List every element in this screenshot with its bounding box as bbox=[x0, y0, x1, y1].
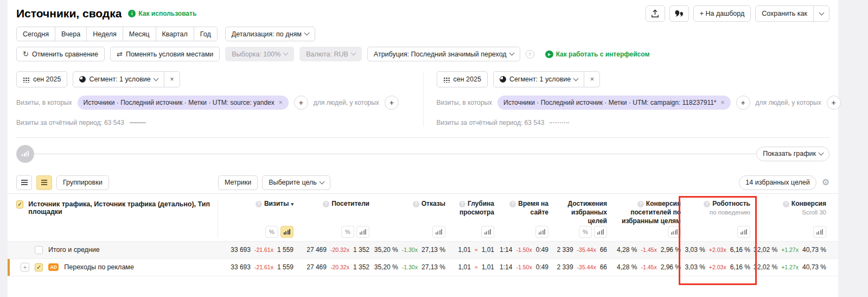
value-a: 3,03 % bbox=[685, 246, 705, 254]
percent-toggle-visits[interactable]: % bbox=[265, 226, 278, 238]
percent-toggle-visitors[interactable]: % bbox=[341, 226, 354, 238]
bars-toggle-time_on_site[interactable] bbox=[535, 226, 548, 238]
segment-select[interactable]: Сегмент: 1 условие bbox=[493, 71, 584, 87]
export-button[interactable] bbox=[646, 5, 665, 22]
choose-goal-select[interactable]: Выберите цель bbox=[262, 175, 330, 190]
currency-label: Валюта: RUB bbox=[306, 50, 348, 58]
save-as-caret-button[interactable] bbox=[813, 5, 829, 22]
gear-icon[interactable]: ⚙ bbox=[822, 178, 829, 187]
cell-conversion_scroll: 32,02 %+1.27x40,73 % bbox=[754, 263, 829, 271]
column-header-conversion_scroll[interactable]: ?КонверсияScroll 30 bbox=[754, 199, 829, 238]
period-tab-месяц[interactable]: Месяц bbox=[123, 27, 156, 41]
save-as-button[interactable]: Сохранить как bbox=[755, 5, 814, 22]
period-tab-сегодня[interactable]: Сегодня bbox=[16, 27, 55, 41]
segment-select[interactable]: Сегмент: 1 условие bbox=[73, 71, 164, 87]
bars-toggle-visits[interactable] bbox=[280, 226, 293, 238]
date-range-button[interactable]: сен 2025 bbox=[437, 71, 488, 87]
metrics-button[interactable]: Метрики bbox=[218, 175, 258, 190]
column-label: Визиты bbox=[264, 200, 289, 207]
remove-segment-button[interactable]: × bbox=[164, 71, 180, 87]
help-icon[interactable]: ? bbox=[637, 201, 644, 207]
cancel-compare-button[interactable]: ↻ Отменить сравнение bbox=[16, 47, 105, 61]
select-all-checkbox[interactable]: ✓ bbox=[16, 200, 23, 208]
help-icon[interactable]: ? bbox=[323, 201, 329, 207]
bars-toggle-depth[interactable] bbox=[481, 226, 494, 238]
series-line-dotted bbox=[550, 122, 569, 123]
column-header-goal_reaches[interactable]: Достижения избранных целей% bbox=[552, 199, 610, 238]
bars-toggle-bounces[interactable] bbox=[432, 226, 445, 238]
row-checkbox[interactable] bbox=[35, 246, 43, 254]
help-icon[interactable]: ? bbox=[783, 201, 789, 207]
value-b: 1 559 bbox=[277, 246, 293, 254]
bars-toggle-goal_reaches[interactable] bbox=[594, 226, 607, 238]
bars-toggle-robotness[interactable] bbox=[737, 226, 750, 238]
period-tab-вчера[interactable]: Вчера bbox=[55, 27, 87, 41]
row-checkbox[interactable]: ✓ bbox=[35, 263, 43, 271]
visits-prefix-label: Визиты, в которых bbox=[16, 99, 72, 106]
swap-conditions-button[interactable]: ⇄ Поменять условия местами bbox=[110, 47, 220, 61]
add-to-dashboard-button[interactable]: + На дашборд bbox=[693, 5, 751, 22]
bar-chart-icon bbox=[816, 229, 824, 235]
bars-toggle-visitor_conversion[interactable] bbox=[668, 226, 681, 238]
value-b: 66 bbox=[600, 263, 607, 271]
condition-label: Источники · Последний источник · Метки ·… bbox=[84, 99, 275, 106]
list-view-toggle[interactable] bbox=[16, 175, 32, 190]
condition-pill[interactable]: Источники · Последний источник · Метки ·… bbox=[497, 96, 731, 110]
groupings-button[interactable]: Группировки bbox=[56, 175, 109, 190]
favorite-goals-button[interactable]: 14 избранных целей bbox=[739, 175, 816, 190]
delta-value: +2.03x bbox=[709, 264, 726, 270]
detail-select[interactable]: Детализация: по дням bbox=[225, 27, 315, 41]
period-tab-квартал[interactable]: Квартал bbox=[156, 27, 194, 41]
delta-value: -1.45x bbox=[641, 247, 656, 253]
value-b: 40,73 % bbox=[802, 246, 826, 254]
column-header-visitors[interactable]: ?Посетители% bbox=[297, 199, 373, 238]
column-header-time_on_site[interactable]: ?Время на сайте bbox=[497, 199, 552, 238]
column-header-robotness[interactable]: ?Роботностьпо поведению bbox=[684, 199, 754, 238]
page-title: Источники, сводка bbox=[16, 7, 122, 20]
condition-pill[interactable]: Источники · Последний источник · Метки ·… bbox=[78, 96, 289, 110]
column-header-visitor_conversion[interactable]: ?Конверсия посетителей по избранным целя… bbox=[610, 199, 684, 238]
comments-button[interactable] bbox=[669, 5, 689, 22]
interface-help-link[interactable]: ▶ Как работать с интерфейсом bbox=[545, 50, 650, 58]
page-header: Источники, сводка i Как использовать + Н… bbox=[16, 5, 829, 22]
remove-segment-button[interactable]: × bbox=[584, 71, 600, 87]
how-to-use-link[interactable]: i Как использовать bbox=[128, 10, 196, 17]
period-visits-label: Визиты за отчётный период: 63 543 bbox=[16, 119, 124, 127]
help-icon[interactable]: ? bbox=[509, 201, 516, 207]
help-icon[interactable]: ? bbox=[413, 201, 419, 207]
tree-view-toggle[interactable] bbox=[36, 175, 52, 190]
remove-condition-icon[interactable]: × bbox=[279, 99, 283, 106]
period-tab-group: СегодняВчераНеделяМесяцКварталГод bbox=[16, 27, 218, 41]
period-tab-год[interactable]: Год bbox=[194, 27, 218, 41]
column-header-bounces[interactable]: ?Отказы bbox=[373, 199, 449, 238]
help-icon[interactable]: ? bbox=[459, 201, 465, 207]
help-icon[interactable]: ? bbox=[704, 201, 710, 207]
column-header-visits[interactable]: ?Визиты▾% bbox=[218, 199, 297, 238]
sampling-select[interactable]: Выборка: 100% bbox=[225, 47, 294, 61]
chevron-down-icon bbox=[819, 150, 824, 155]
column-header-depth[interactable]: ?Глубина просмотра bbox=[449, 199, 497, 238]
page-content: Источники, сводка i Как использовать + Н… bbox=[8, 0, 838, 297]
table-row: +✓ADПереходы по рекламе33 693-21.61x1 55… bbox=[8, 258, 838, 276]
segment-control: Сегмент: 1 условие × bbox=[73, 71, 180, 87]
help-icon[interactable]: ? bbox=[256, 201, 262, 207]
currency-select[interactable]: Валюта: RUB bbox=[299, 47, 362, 61]
expand-row-button[interactable]: + bbox=[21, 263, 29, 271]
attribution-select[interactable]: Атрибуция: Последний значимый переход bbox=[367, 47, 520, 61]
sort-caret-icon[interactable]: ▾ bbox=[291, 201, 293, 207]
pie-chart-icon bbox=[79, 76, 86, 83]
bars-toggle-visitors[interactable] bbox=[356, 226, 369, 238]
add-condition-button[interactable]: + bbox=[294, 96, 308, 110]
percent-toggle-goal_reaches[interactable]: % bbox=[579, 226, 592, 238]
remove-condition-icon[interactable]: × bbox=[721, 99, 725, 106]
period-tab-неделя[interactable]: Неделя bbox=[86, 27, 123, 41]
divider-line bbox=[34, 154, 756, 154]
row-label[interactable]: Переходы по рекламе bbox=[64, 263, 134, 271]
date-range-button[interactable]: сен 2025 bbox=[16, 71, 67, 87]
help-icon[interactable]: ? bbox=[526, 50, 534, 59]
bars-toggle-conversion_scroll[interactable] bbox=[813, 226, 826, 238]
add-people-condition-button[interactable]: + bbox=[827, 96, 841, 110]
add-condition-button[interactable]: + bbox=[736, 96, 750, 110]
add-people-condition-button[interactable]: + bbox=[385, 96, 399, 110]
show-chart-button[interactable]: Показать график bbox=[756, 147, 829, 161]
